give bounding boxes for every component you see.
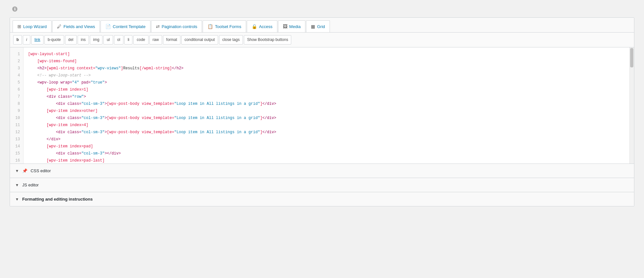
toolbar-btn-ol[interactable]: ol bbox=[114, 35, 123, 45]
line-num-15: 15 bbox=[10, 150, 23, 157]
tab-grid[interactable]: ▦Grid bbox=[306, 20, 330, 32]
section-header-formatting-instructions[interactable]: ▼Formatting and editing instructions bbox=[10, 192, 634, 206]
toolbar-btn-close-tags[interactable]: close tags bbox=[219, 35, 243, 45]
line-num-1: 1 bbox=[10, 51, 23, 58]
toolbar-btn-conditional-output[interactable]: conditional output bbox=[181, 35, 218, 45]
section-title-formatting-instructions: Formatting and editing instructions bbox=[22, 197, 93, 202]
line-num-7: 7 bbox=[10, 93, 23, 100]
collapse-arrow-icon: ▼ bbox=[15, 169, 19, 173]
tab-label-content-template: Content Template bbox=[113, 24, 146, 29]
code-line-16: [wpv-item index=pad-last] bbox=[28, 157, 630, 164]
pin-icon: 📌 bbox=[22, 168, 27, 173]
tab-label-fields-and-views: Fields and Views bbox=[63, 24, 95, 29]
collapsible-sections: ▼📌CSS editor▼JS editor▼Formatting and ed… bbox=[10, 164, 634, 206]
tab-icon-toolset-forms: 📋 bbox=[207, 24, 213, 29]
tab-media[interactable]: 🖼Media bbox=[278, 20, 305, 32]
tab-label-pagination-controls: Pagination controls bbox=[162, 24, 197, 29]
toolbar-btn-i[interactable]: i bbox=[23, 35, 30, 45]
code-line-2: [wpv-items-found] bbox=[28, 58, 630, 65]
collapse-arrow-icon: ▼ bbox=[15, 183, 19, 187]
toolbar-btn-ins[interactable]: ins bbox=[78, 35, 89, 45]
section-header-css-editor[interactable]: ▼📌CSS editor bbox=[10, 164, 634, 178]
scrollbar-track[interactable] bbox=[630, 47, 634, 164]
line-numbers: 1234567891011121314151617 bbox=[10, 47, 24, 164]
toolbar-btn-code[interactable]: code bbox=[133, 35, 148, 45]
line-num-8: 8 bbox=[10, 100, 23, 107]
page-wrap: ℹ ⊞Loop Wizard🖊Fields and Views📄Content … bbox=[0, 0, 644, 213]
code-line-9: [wpv-item index=other] bbox=[28, 107, 630, 114]
section-formatting-instructions: ▼Formatting and editing instructions bbox=[10, 192, 634, 206]
tab-icon-access: 🔒 bbox=[252, 24, 257, 29]
line-num-12: 12 bbox=[10, 129, 23, 136]
main-container: ⊞Loop Wizard🖊Fields and Views📄Content Te… bbox=[10, 17, 634, 206]
tab-icon-fields-and-views: 🖊 bbox=[57, 24, 62, 29]
toolbar-btn-show-bootstrap[interactable]: Show Bootstrap buttons bbox=[244, 35, 291, 45]
info-icon[interactable]: ℹ bbox=[12, 6, 17, 12]
tab-bar: ⊞Loop Wizard🖊Fields and Views📄Content Te… bbox=[10, 18, 634, 33]
line-num-14: 14 bbox=[10, 143, 23, 150]
toolbar-btn-format[interactable]: format bbox=[163, 35, 180, 45]
tab-content-template[interactable]: 📄Content Template bbox=[101, 20, 150, 32]
line-num-13: 13 bbox=[10, 136, 23, 143]
toolbar-btn-img[interactable]: img bbox=[90, 35, 102, 45]
toolbar-btn-li[interactable]: li bbox=[124, 35, 132, 45]
code-line-3: <h2>[wpml-string context="wpv-views"]Res… bbox=[28, 65, 630, 72]
tab-icon-grid: ▦ bbox=[311, 24, 315, 29]
line-num-3: 3 bbox=[10, 65, 23, 72]
tab-label-toolset-forms: Toolset Forms bbox=[215, 24, 241, 29]
line-num-9: 9 bbox=[10, 107, 23, 114]
tab-icon-content-template: 📄 bbox=[105, 24, 111, 29]
code-line-10: <div class="col-sm-3">[wpv-post-body vie… bbox=[28, 114, 630, 122]
tab-label-access: Access bbox=[259, 24, 273, 29]
line-num-2: 2 bbox=[10, 58, 23, 65]
line-num-16: 16 bbox=[10, 157, 23, 164]
page-title: ℹ bbox=[10, 6, 634, 12]
line-num-10: 10 bbox=[10, 114, 23, 122]
tab-icon-pagination-controls: ⇄ bbox=[156, 24, 160, 29]
line-num-4: 4 bbox=[10, 72, 23, 79]
tab-toolset-forms[interactable]: 📋Toolset Forms bbox=[203, 20, 246, 32]
line-num-11: 11 bbox=[10, 122, 23, 129]
scrollbar-thumb[interactable] bbox=[630, 48, 633, 67]
tab-icon-media: 🖼 bbox=[283, 24, 287, 29]
code-line-5: <wpv-loop wrap="4" pad="true"> bbox=[28, 79, 630, 86]
toolbar-btn-del[interactable]: del bbox=[65, 35, 77, 45]
line-num-6: 6 bbox=[10, 86, 23, 93]
tab-pagination-controls[interactable]: ⇄Pagination controls bbox=[151, 20, 202, 32]
tab-access[interactable]: 🔒Access bbox=[247, 20, 277, 32]
code-line-13: </div> bbox=[28, 136, 630, 143]
code-line-7: <div class="row"> bbox=[28, 93, 630, 100]
code-line-12: <div class="col-sm-3">[wpv-post-body vie… bbox=[28, 129, 630, 136]
code-line-1: [wpv-layout-start] bbox=[28, 51, 630, 58]
toolbar-btn-raw[interactable]: raw bbox=[149, 35, 162, 45]
code-editor[interactable]: 1234567891011121314151617 [wpv-layout-st… bbox=[10, 47, 634, 164]
tab-label-grid: Grid bbox=[317, 24, 325, 29]
tab-label-loop-wizard: Loop Wizard bbox=[23, 24, 47, 29]
code-line-4: <!-- wpv-loop-start --> bbox=[28, 72, 630, 79]
code-content[interactable]: [wpv-layout-start] [wpv-items-found] <h2… bbox=[24, 47, 634, 164]
toolbar-btn-link[interactable]: link bbox=[31, 35, 43, 45]
toolbar-btn-b[interactable]: b bbox=[13, 35, 22, 45]
toolbar-btn-ul[interactable]: ul bbox=[103, 35, 113, 45]
tab-label-media: Media bbox=[289, 24, 301, 29]
collapse-arrow-icon: ▼ bbox=[15, 197, 19, 202]
toolbar-btn-b-quote[interactable]: b-quote bbox=[44, 35, 64, 45]
tab-icon-loop-wizard: ⊞ bbox=[17, 24, 21, 29]
tab-fields-and-views[interactable]: 🖊Fields and Views bbox=[52, 20, 100, 32]
section-header-js-editor[interactable]: ▼JS editor bbox=[10, 178, 634, 192]
section-title-js-editor: JS editor bbox=[22, 183, 39, 187]
code-line-8: <div class="col-sm-3">[wpv-post-body vie… bbox=[28, 100, 630, 107]
section-title-css-editor: CSS editor bbox=[31, 168, 51, 173]
code-line-11: [wpv-item index=4] bbox=[28, 122, 630, 129]
section-js-editor: ▼JS editor bbox=[10, 178, 634, 192]
code-line-15: <div class="col-sm-3"></div> bbox=[28, 150, 630, 157]
code-line-14: [wpv-item index=pad] bbox=[28, 143, 630, 150]
section-css-editor: ▼📌CSS editor bbox=[10, 164, 634, 178]
line-num-5: 5 bbox=[10, 79, 23, 86]
toolbar: bilinkb-quotedelinsimgulollicoderawforma… bbox=[10, 33, 634, 47]
tab-loop-wizard[interactable]: ⊞Loop Wizard bbox=[13, 20, 52, 32]
code-line-6: [wpv-item index=1] bbox=[28, 86, 630, 93]
